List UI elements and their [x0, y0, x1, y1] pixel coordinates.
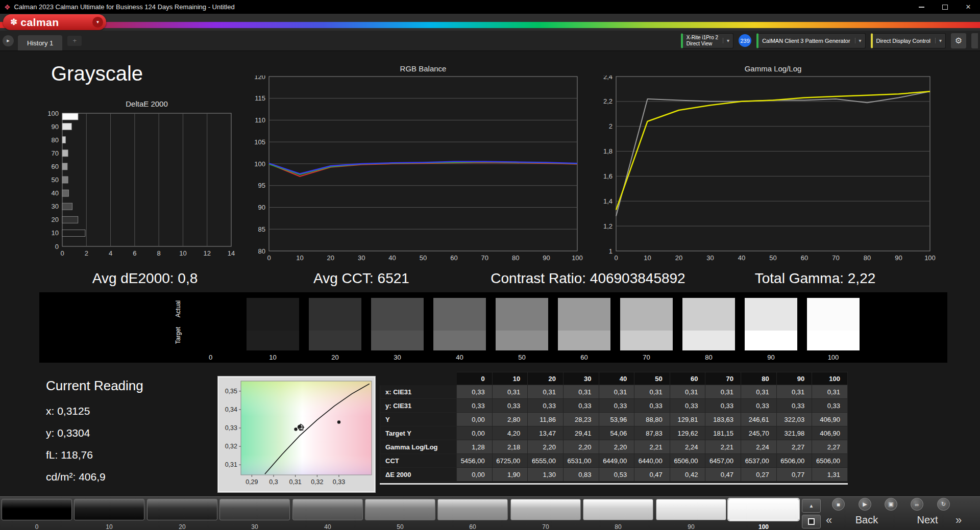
calman-app: ❖ Calman 2023 Calman Ultimate for Busine…: [0, 0, 980, 530]
minimize-button[interactable]: [910, 0, 933, 14]
table-cell: 11,86: [528, 413, 564, 426]
table-row-label: ΔE 2000: [380, 468, 457, 482]
grayscale-swatch: [433, 298, 486, 350]
meter-dropdown[interactable]: X-Rite i1Pro 2 Direct View ▾: [681, 33, 733, 48]
table-cell: 28,23: [563, 413, 599, 426]
display-control-dropdown[interactable]: Direct Display Control ▾: [871, 33, 946, 48]
table-cell: 322,03: [776, 413, 812, 426]
play-button[interactable]: ▶: [859, 498, 871, 511]
svg-text:10: 10: [644, 254, 651, 262]
refresh-button[interactable]: ↻: [937, 498, 950, 511]
svg-text:0: 0: [267, 254, 271, 262]
meter-name: X-Rite i1Pro 2: [687, 35, 718, 41]
back-chevron-icon[interactable]: «: [826, 514, 832, 527]
table-cell: 53,96: [599, 413, 634, 426]
table-cell: 2,27: [776, 440, 812, 454]
grayscale-swatch: [184, 298, 237, 350]
pattern-level-button[interactable]: [219, 499, 290, 520]
pattern-window-button[interactable]: [802, 515, 821, 528]
pattern-level-button[interactable]: [74, 499, 144, 520]
svg-text:95: 95: [258, 182, 265, 189]
table-cell: 321,98: [776, 426, 812, 440]
pattern-level-button[interactable]: [656, 499, 726, 520]
settings-button[interactable]: ⚙: [951, 33, 966, 48]
table-row-label: Gamma Log/Log: [380, 440, 457, 454]
calman-flower-icon: ✽: [10, 17, 17, 28]
grayscale-swatch: [247, 298, 299, 350]
svg-text:70: 70: [832, 254, 839, 262]
pattern-eject-button[interactable]: ▲: [802, 499, 821, 513]
table-cell: 54,06: [599, 426, 634, 440]
current-reading-fl: fL: 118,76: [46, 449, 93, 461]
table-column-header: 30: [563, 372, 599, 385]
svg-text:115: 115: [255, 94, 265, 102]
pattern-level-button[interactable]: [728, 499, 799, 520]
table-cell: 0,31: [528, 385, 564, 399]
table-column-header: 100: [812, 372, 848, 385]
next-button[interactable]: Next: [904, 514, 950, 526]
pattern-level-button[interactable]: [365, 499, 435, 520]
back-button[interactable]: Back: [842, 514, 891, 526]
pattern-level-button[interactable]: [147, 499, 217, 520]
swatch-level-label: 50: [496, 354, 548, 361]
svg-text:60: 60: [450, 254, 457, 262]
history-nav-button[interactable]: ▸: [3, 35, 14, 46]
display-control-label: Direct Display Control: [876, 38, 930, 44]
table-cell: 2,20: [563, 440, 599, 454]
svg-text:40: 40: [738, 254, 745, 262]
pattern-level-button[interactable]: [2, 499, 72, 520]
table-cell: 5456,00: [457, 454, 493, 468]
swatch-level-label: 90: [745, 354, 797, 361]
swatch-target: [807, 331, 860, 350]
stop-button[interactable]: ■: [832, 498, 845, 511]
svg-text:0,32: 0,32: [311, 478, 323, 486]
svg-text:90: 90: [895, 254, 902, 262]
close-button[interactable]: ✕: [957, 0, 980, 14]
swatch-actual: [433, 298, 486, 331]
loop-button[interactable]: ∞: [911, 498, 923, 511]
swatch-target: [558, 331, 610, 350]
swatch-target: [371, 331, 424, 350]
svg-text:80: 80: [864, 254, 871, 262]
table-row-label: CCT: [380, 454, 457, 468]
pattern-level-button[interactable]: [437, 499, 508, 520]
svg-text:100: 100: [924, 254, 936, 262]
table-cell: 0,47: [705, 468, 741, 482]
table-scrollbar[interactable]: [380, 483, 848, 485]
gamma-chart-title: Gamma Log/Log: [586, 64, 942, 75]
table-column-header: 80: [741, 372, 777, 385]
maximize-button[interactable]: [933, 0, 957, 14]
svg-text:0,32: 0,32: [225, 443, 237, 450]
pattern-level-button[interactable]: [292, 499, 363, 520]
pattern-level-label: 30: [219, 523, 290, 530]
calman-logo-text: calman: [20, 16, 59, 29]
table-cell: 0,47: [634, 468, 670, 482]
window-icon: [808, 518, 815, 525]
avg-cct-stat: Avg CCT: 6521: [313, 270, 409, 287]
grayscale-swatch: [371, 298, 424, 350]
collapsed-panel-button[interactable]: [971, 33, 978, 48]
svg-text:12: 12: [203, 249, 210, 257]
next-chevron-icon[interactable]: »: [955, 514, 962, 527]
swatch-target: [247, 331, 299, 350]
table-cell: 0,00: [457, 468, 493, 482]
svg-text:14: 14: [228, 249, 235, 257]
table-cell: 6725,00: [492, 454, 528, 468]
table-row: Y0,002,8011,8628,2353,9688,80129,81183,6…: [380, 413, 848, 426]
pattern-level-button[interactable]: [510, 499, 581, 520]
pattern-level-button[interactable]: [583, 499, 653, 520]
svg-text:4: 4: [109, 249, 112, 257]
tab-history-1[interactable]: History 1: [18, 35, 62, 51]
svg-text:0,35: 0,35: [225, 388, 237, 395]
pattern-window-toggle-button[interactable]: ▣: [885, 498, 897, 511]
svg-text:40: 40: [388, 254, 396, 262]
current-reading-y: y: 0,3304: [46, 427, 90, 439]
calman-logo-menu[interactable]: ✽ calman ▼: [3, 14, 106, 30]
svg-text:1,2: 1,2: [603, 222, 612, 230]
new-tab-button[interactable]: +: [67, 36, 82, 46]
table-cell: 129,62: [670, 426, 705, 440]
svg-text:50: 50: [52, 176, 59, 184]
swatch-actual: [309, 298, 361, 331]
svg-text:50: 50: [769, 254, 776, 262]
pattern-generator-dropdown[interactable]: CalMAN Client 3 Pattern Generator ▾: [756, 33, 865, 48]
